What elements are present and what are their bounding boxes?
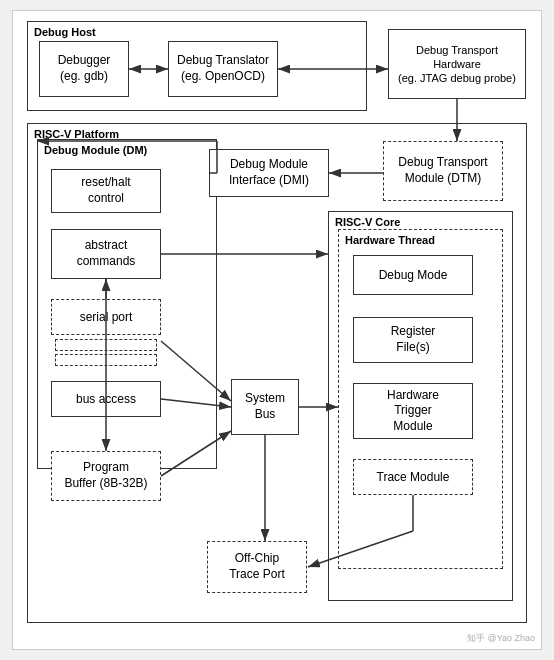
- system-bus-label: System Bus: [245, 391, 285, 422]
- serial-port-box: serial port: [51, 299, 161, 335]
- system-bus-box: System Bus: [231, 379, 299, 435]
- riscv-core-label: RISC-V Core: [335, 216, 400, 228]
- watermark: 知乎 @Yao Zhao: [467, 632, 535, 645]
- debug-transport-hw-label: Debug Transport Hardware (eg. JTAG debug…: [398, 43, 516, 86]
- debug-translator-box: Debug Translator (eg. OpenOCD): [168, 41, 278, 97]
- debugger-box: Debugger (eg. gdb): [39, 41, 129, 97]
- debug-translator-label: Debug Translator (eg. OpenOCD): [177, 53, 269, 84]
- trace-module-label: Trace Module: [377, 470, 450, 484]
- dtm-box: Debug Transport Module (DTM): [383, 141, 503, 201]
- abstract-commands-box: abstract commands: [51, 229, 161, 279]
- off-chip-trace-box: Off-Chip Trace Port: [207, 541, 307, 593]
- serial-port-label: serial port: [80, 310, 133, 324]
- off-chip-trace-label: Off-Chip Trace Port: [229, 551, 285, 582]
- debug-mode-box: Debug Mode: [353, 255, 473, 295]
- hw-trigger-label: Hardware Trigger Module: [387, 388, 439, 435]
- register-file-box: Register File(s): [353, 317, 473, 363]
- abstract-commands-label: abstract commands: [77, 238, 136, 269]
- debug-mode-label: Debug Mode: [379, 268, 448, 282]
- reset-halt-label: reset/halt control: [81, 175, 130, 206]
- dmi-label: Debug Module Interface (DMI): [229, 157, 309, 188]
- reset-halt-box: reset/halt control: [51, 169, 161, 213]
- serial-port-inner1: [55, 339, 157, 351]
- dmi-box: Debug Module Interface (DMI): [209, 149, 329, 197]
- program-buffer-label: Program Buffer (8B-32B): [64, 460, 147, 491]
- bus-access-label: bus access: [76, 392, 136, 406]
- serial-port-inner2: [55, 354, 157, 366]
- trace-module-box: Trace Module: [353, 459, 473, 495]
- dtm-label: Debug Transport Module (DTM): [398, 155, 487, 186]
- hw-trigger-box: Hardware Trigger Module: [353, 383, 473, 439]
- debug-transport-hw-box: Debug Transport Hardware (eg. JTAG debug…: [388, 29, 526, 99]
- hardware-thread-label: Hardware Thread: [345, 234, 435, 246]
- bus-access-box: bus access: [51, 381, 161, 417]
- debugger-label: Debugger (eg. gdb): [58, 53, 111, 84]
- debug-host-label: Debug Host: [34, 26, 96, 38]
- debug-module-label: Debug Module (DM): [44, 144, 147, 156]
- program-buffer-box: Program Buffer (8B-32B): [51, 451, 161, 501]
- register-file-label: Register File(s): [391, 324, 436, 355]
